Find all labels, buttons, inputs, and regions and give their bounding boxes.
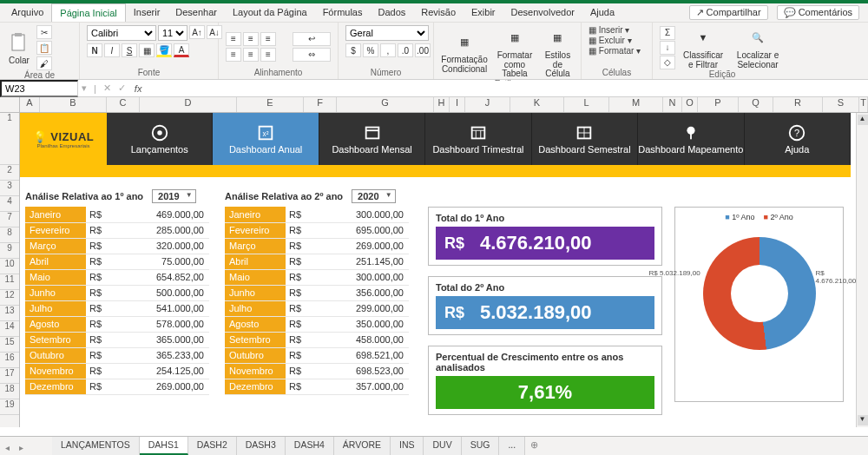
tab-dahs1[interactable]: DAHS1: [140, 437, 188, 455]
menu-revisao[interactable]: Revisão: [413, 3, 464, 22]
nav-dashboard-mapeamento[interactable]: Dashboard Mapeamento: [638, 113, 744, 165]
underline-button[interactable]: S: [122, 43, 137, 57]
align-left-button[interactable]: ≡: [226, 48, 241, 62]
copy-button[interactable]: 📋: [36, 41, 52, 55]
dec-decimal-button[interactable]: .00: [415, 43, 431, 57]
col-header-A[interactable]: A: [20, 97, 40, 112]
col-header-C[interactable]: C: [107, 97, 140, 112]
worksheet[interactable]: 💡 VIZUAL Planilhas Empresariais Lançamen…: [20, 113, 856, 427]
col-header-O[interactable]: O: [682, 97, 698, 112]
row-header-3[interactable]: 3: [0, 181, 19, 196]
grow-font-button[interactable]: A↑: [189, 25, 205, 39]
bold-button[interactable]: N: [87, 43, 102, 57]
col-header-N[interactable]: N: [663, 97, 682, 112]
percent-button[interactable]: %: [363, 43, 378, 57]
comments-button[interactable]: 💬 Comentários: [777, 5, 859, 20]
tab-dash4[interactable]: DASH4: [286, 437, 334, 455]
align-right-button[interactable]: ≡: [260, 48, 276, 62]
align-center-button[interactable]: ≡: [243, 48, 259, 62]
row-header-1[interactable]: 1: [0, 113, 19, 165]
menu-exibir[interactable]: Exibir: [464, 3, 503, 22]
tab-dash2[interactable]: DASH2: [188, 437, 237, 455]
menu-desenhar[interactable]: Desenhar: [168, 3, 225, 22]
col-header-Q[interactable]: Q: [739, 97, 773, 112]
format-painter-button[interactable]: 🖌: [36, 56, 52, 70]
insert-cells-button[interactable]: ▦ Inserir ▾: [589, 25, 629, 35]
comma-button[interactable]: ,: [380, 43, 396, 57]
nav-dashboard-anual[interactable]: x²Dashboard Anual: [213, 113, 319, 165]
row-header-11[interactable]: 11: [0, 274, 19, 290]
scroll-down-button[interactable]: ▼: [858, 415, 868, 425]
cut-button[interactable]: ✂: [36, 25, 52, 39]
row-header-2[interactable]: 2: [0, 165, 19, 181]
fill-color-button[interactable]: 🪣: [156, 43, 172, 57]
row-header-19[interactable]: 19: [0, 399, 19, 415]
nav-dashboard-trimestral[interactable]: Dashboard Trimestral: [425, 113, 531, 165]
name-box-dropdown[interactable]: ▾: [78, 82, 90, 94]
vertical-scrollbar[interactable]: ▲ ▼: [856, 113, 868, 427]
borders-button[interactable]: ▦: [139, 43, 155, 57]
menu-ajuda[interactable]: Ajuda: [582, 3, 622, 22]
col-header-R[interactable]: R: [773, 97, 823, 112]
enter-formula-button[interactable]: ✓: [115, 82, 129, 94]
currency-button[interactable]: $: [345, 43, 361, 57]
conditional-formatting-button[interactable]: ▦Formatação Condicional: [441, 30, 488, 74]
tab-lancamentos[interactable]: LANÇAMENTOS: [52, 437, 140, 455]
col-header-H[interactable]: H: [434, 97, 450, 112]
font-size-select[interactable]: 11: [158, 25, 187, 41]
select-all-button[interactable]: [0, 97, 20, 112]
scroll-up-button[interactable]: ▲: [858, 115, 868, 125]
row-header-9[interactable]: 9: [0, 243, 19, 259]
row-header-18[interactable]: 18: [0, 384, 19, 399]
col-header-F[interactable]: F: [304, 97, 337, 112]
delete-cells-button[interactable]: ▦ Excluir ▾: [589, 36, 632, 45]
clear-button[interactable]: ◇: [660, 56, 675, 69]
new-sheet-button[interactable]: ⊕: [525, 437, 543, 455]
col-header-K[interactable]: K: [510, 97, 564, 112]
tab-duv[interactable]: DUV: [424, 437, 461, 455]
row-header-13[interactable]: 13: [0, 306, 19, 321]
tab-ins[interactable]: INS: [391, 437, 424, 455]
autosum-button[interactable]: Σ: [660, 26, 675, 40]
year2-select[interactable]: 2020: [352, 189, 395, 203]
align-top-button[interactable]: ≡: [226, 32, 241, 46]
row-header-15[interactable]: 15: [0, 337, 19, 353]
menu-formulas[interactable]: Fórmulas: [315, 3, 371, 22]
name-box[interactable]: [0, 80, 78, 97]
format-as-table-button[interactable]: ▦Formatar como Tabela: [493, 25, 536, 79]
find-select-button[interactable]: 🔍Localizar e Selecionar: [731, 25, 785, 69]
row-header-12[interactable]: 12: [0, 290, 19, 306]
sort-filter-button[interactable]: ▼Classificar e Filtrar: [681, 25, 726, 69]
row-header-17[interactable]: 17: [0, 368, 19, 384]
tab-nav-buttons[interactable]: ◂ ▸: [5, 443, 27, 452]
tab-dash3[interactable]: DASH3: [237, 437, 286, 455]
col-header-I[interactable]: I: [450, 97, 465, 112]
share-button[interactable]: ↗ Compartilhar: [689, 5, 768, 20]
col-header-J[interactable]: J: [465, 97, 510, 112]
merge-button[interactable]: ⇔: [293, 48, 331, 62]
cell-styles-button[interactable]: ▦Estilos de Célula: [542, 25, 574, 79]
cancel-formula-button[interactable]: ✕: [100, 82, 115, 94]
paste-button[interactable]: Colar: [7, 30, 31, 66]
tab-arvore[interactable]: ÁRVORE: [334, 437, 391, 455]
row-header-7[interactable]: 7: [0, 212, 19, 228]
menu-arquivo[interactable]: Arquivo: [3, 3, 51, 22]
col-header-D[interactable]: D: [140, 97, 237, 112]
wrap-text-button[interactable]: ↩: [293, 32, 331, 46]
row-header-16[interactable]: 16: [0, 353, 19, 368]
nav-dashboard-mensal[interactable]: Dashboard Mensal: [319, 113, 425, 165]
formula-input[interactable]: [147, 81, 868, 96]
row-header-10[interactable]: 10: [0, 259, 19, 274]
row-header-8[interactable]: 8: [0, 228, 19, 243]
row-header-14[interactable]: 14: [0, 321, 19, 337]
italic-button[interactable]: I: [104, 43, 120, 57]
inc-decimal-button[interactable]: .0: [398, 43, 413, 57]
font-name-select[interactable]: Calibri: [87, 25, 156, 41]
align-middle-button[interactable]: ≡: [243, 32, 259, 46]
menu-pagina-inicial[interactable]: Página Inicial: [51, 3, 125, 22]
col-header-L[interactable]: L: [564, 97, 609, 112]
font-color-button[interactable]: A: [174, 43, 189, 57]
col-header-G[interactable]: G: [337, 97, 434, 112]
nav-lancamentos[interactable]: Lançamentos: [107, 113, 213, 165]
menu-desenvolvedor[interactable]: Desenvolvedor: [503, 3, 582, 22]
